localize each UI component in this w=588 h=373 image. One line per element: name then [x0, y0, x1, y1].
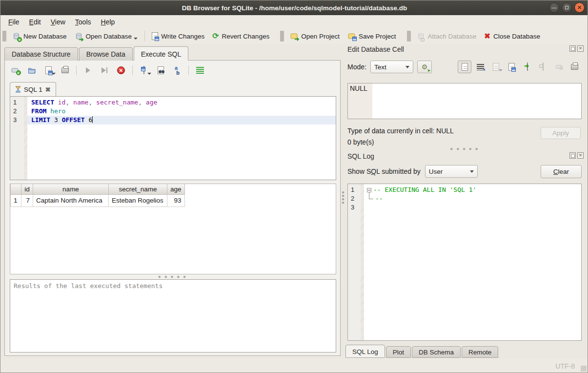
float-dock-icon[interactable]	[569, 152, 576, 159]
stop-execution-button[interactable]: ✕	[116, 65, 126, 76]
new-sql-tab-button[interactable]: +	[10, 65, 20, 76]
print-cell-icon[interactable]	[568, 61, 582, 73]
execution-message-area[interactable]: Results of the last executed statements	[10, 279, 336, 352]
tab-db-schema[interactable]: DB Schema	[412, 346, 461, 358]
new-database-button[interactable]: + New Database	[8, 30, 71, 42]
toolbar-drag-handle[interactable]	[280, 31, 284, 41]
open-database-icon: ➜	[75, 32, 83, 41]
encoding-indicator[interactable]: UTF-8	[555, 362, 575, 370]
close-button[interactable]: ✕	[574, 2, 585, 13]
sql1-tab[interactable]: SQL 1 ✖	[10, 82, 56, 96]
cell-name[interactable]: Captain North America	[33, 194, 109, 207]
float-dock-icon[interactable]	[569, 45, 576, 52]
cell-secret-name[interactable]: Esteban Rogelios	[109, 194, 167, 207]
menu-file[interactable]: File	[3, 16, 24, 28]
auto-switch-mode-button[interactable]: ⚙	[417, 61, 432, 73]
execution-message-text: Results of the last executed statements	[14, 282, 162, 290]
menu-tools[interactable]: Tools	[70, 16, 96, 28]
open-project-button[interactable]: ➜ Open Project	[286, 30, 344, 42]
write-changes-button[interactable]: Write Changes	[148, 30, 208, 42]
sql-line-3: LIMIT 3 OFFSET 6	[27, 116, 336, 124]
log-line-3	[364, 203, 581, 212]
open-project-icon: ➜	[290, 32, 298, 40]
chevron-down-icon	[470, 170, 474, 173]
save-sql-file-button[interactable]	[43, 65, 54, 76]
tab-database-structure[interactable]: Database Structure	[4, 47, 78, 61]
maximize-button[interactable]	[562, 2, 572, 13]
apply-button: Apply	[541, 127, 581, 139]
dock-column: Edit Database Cell ✕ Mode: Text ⚙ ➜ NULL	[345, 44, 585, 358]
sql-toolbar: + ✕ a b	[10, 64, 205, 76]
column-header-secret-name[interactable]: secret_name	[109, 184, 167, 194]
results-message-splitter[interactable]: ● ● ● ● ●	[5, 275, 340, 278]
export-data-icon[interactable]: ➜	[521, 61, 534, 73]
save-project-button[interactable]: Save Project	[344, 30, 400, 42]
menu-bar: File Edit View Tools Help	[0, 15, 588, 28]
open-database-dropdown-caret[interactable]	[134, 38, 138, 40]
row-number-cell[interactable]: 1	[11, 194, 21, 207]
text-mode-icon[interactable]	[458, 61, 471, 73]
row-number-header[interactable]	[11, 184, 21, 194]
sql-document-tab-bar: SQL 1 ✖	[10, 82, 56, 96]
sql-text[interactable]: SELECT id, name, secret_name, age FROM h…	[27, 97, 336, 180]
menu-help[interactable]: Help	[96, 16, 120, 28]
window-controls: — ✕	[549, 2, 585, 13]
tab-plot[interactable]: Plot	[386, 346, 411, 358]
revert-changes-button[interactable]: ⟳ Revert Changes	[208, 31, 273, 42]
format-sql-icon[interactable]	[195, 65, 205, 76]
column-header-age[interactable]: age	[167, 184, 185, 194]
attach-database-button: Attach Database	[413, 30, 481, 42]
close-database-icon: ✖	[484, 32, 490, 40]
submitter-select[interactable]: User	[425, 165, 478, 178]
close-dock-icon[interactable]: ✕	[577, 45, 584, 52]
close-database-button[interactable]: ✖ Close Database	[480, 30, 544, 42]
tab-execute-sql[interactable]: Execute SQL	[134, 46, 189, 61]
word-wrap-icon[interactable]	[473, 61, 487, 73]
menu-view[interactable]: View	[46, 16, 70, 28]
clear-log-button[interactable]: Clear	[541, 165, 582, 178]
column-header-id[interactable]: id	[21, 184, 33, 194]
import-data-icon[interactable]	[505, 61, 519, 73]
close-dock-icon[interactable]: ✕	[577, 152, 584, 159]
tab-sql-log[interactable]: SQL Log	[345, 345, 385, 358]
log-text: -- EXECUTING ALL IN 'SQL 1' --	[364, 184, 581, 340]
editor-fold-margin	[24, 97, 27, 180]
log-line-2: --	[364, 194, 581, 203]
cell-value-editor[interactable]: NULL	[347, 83, 582, 119]
dock-splitter[interactable]: ● ● ● ● ●	[345, 147, 585, 150]
results-header-row: id name secret_name age	[11, 184, 185, 194]
find-in-sql-icon[interactable]	[155, 65, 166, 76]
sql-line-2: FROM hero	[27, 107, 336, 116]
attach-database-icon	[417, 32, 425, 41]
tab-browse-data[interactable]: Browse Data	[79, 47, 133, 61]
write-changes-icon	[152, 32, 158, 40]
mode-select[interactable]: Text	[370, 61, 413, 73]
sql-code-editor[interactable]: 1 2 3 SELECT id, name, secret_name, age …	[10, 96, 336, 180]
menu-edit[interactable]: Edit	[24, 16, 46, 28]
open-database-button[interactable]: ➜ Open Database	[71, 30, 142, 42]
results-grid[interactable]: id name secret_name age 1 7 Captain Nort…	[10, 184, 336, 274]
edit-cell-dock-buttons: ✕	[569, 45, 584, 52]
log-line-1: -- EXECUTING ALL IN 'SQL 1'	[364, 186, 581, 194]
resize-grip[interactable]	[581, 366, 587, 372]
print-sql-button[interactable]	[60, 65, 70, 76]
main-toolbar: + New Database ➜ Open Database Write Cha…	[0, 28, 588, 44]
column-header-name[interactable]: name	[33, 184, 109, 194]
save-results-button[interactable]	[139, 65, 149, 76]
open-sql-file-button[interactable]	[26, 65, 37, 76]
execute-all-button[interactable]	[82, 65, 93, 76]
tab-remote[interactable]: Remote	[462, 346, 498, 358]
text-cursor	[92, 116, 93, 123]
fold-collapse-icon[interactable]	[367, 188, 371, 192]
cell-id[interactable]: 7	[21, 194, 33, 207]
chevron-down-icon	[406, 66, 409, 68]
toolbar-drag-handle[interactable]	[407, 31, 411, 41]
cell-age[interactable]: 93	[167, 194, 185, 207]
close-sql1-tab-icon[interactable]: ✖	[45, 86, 51, 93]
execute-line-button[interactable]	[99, 65, 110, 76]
sql-log-editor[interactable]: 1 2 3 -- EXECUTING ALL IN 'SQL 1' --	[347, 184, 582, 341]
find-replace-icon[interactable]: a b	[172, 65, 182, 76]
cell-type-info: Type of data currently in cell: NULL	[347, 127, 454, 135]
minimize-button[interactable]: —	[549, 2, 559, 13]
toolbar-drag-handle[interactable]	[2, 31, 6, 41]
